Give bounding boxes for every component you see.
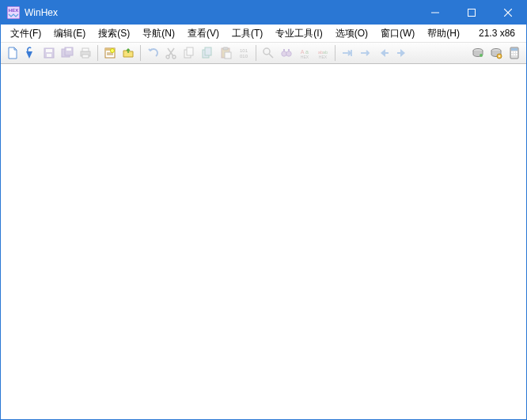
svg-line-20	[168, 48, 173, 56]
replace-icon: A a HEX	[298, 47, 311, 59]
svg-rect-25	[187, 47, 193, 55]
titlebar: HEX WinHex	[1, 1, 526, 25]
print-icon	[79, 47, 92, 59]
properties-button[interactable]	[101, 44, 119, 62]
previous-button[interactable]	[375, 44, 392, 62]
save-button[interactable]	[40, 44, 58, 62]
menu-file[interactable]: 文件(F)	[4, 25, 47, 42]
new-file-button[interactable]	[4, 44, 21, 62]
go-to-end-button[interactable]	[339, 44, 356, 62]
svg-rect-27	[205, 47, 211, 55]
svg-rect-58	[514, 51, 515, 53]
content-area	[1, 64, 526, 419]
menu-nav[interactable]: 导航(N)	[136, 25, 181, 42]
cut-button[interactable]	[162, 44, 180, 62]
svg-rect-56	[511, 48, 518, 51]
disk-gear-icon	[490, 47, 502, 59]
toolbar: 101 010 A a HEX	[1, 43, 526, 64]
svg-point-36	[286, 51, 291, 56]
svg-rect-7	[46, 49, 52, 52]
svg-text:HEX: HEX	[319, 55, 328, 59]
minimize-button[interactable]	[417, 1, 453, 25]
menu-options[interactable]: 选项(O)	[329, 25, 374, 42]
paste-button[interactable]	[217, 44, 234, 62]
menu-search[interactable]: 搜索(S)	[92, 25, 136, 42]
svg-rect-14	[82, 55, 89, 58]
copy-icon	[183, 47, 195, 59]
svg-point-51	[480, 54, 483, 57]
svg-rect-30	[225, 52, 231, 59]
svg-rect-29	[223, 47, 228, 50]
svg-point-19	[111, 49, 115, 53]
find-icon	[262, 47, 275, 59]
paste-icon	[219, 47, 232, 59]
arrow-right-icon	[396, 47, 408, 59]
app-icon: HEX	[7, 6, 20, 19]
svg-rect-8	[47, 54, 51, 57]
toolbar-separator	[140, 45, 141, 61]
svg-line-34	[269, 54, 273, 58]
print-button[interactable]	[77, 44, 94, 62]
open-file-button[interactable]	[22, 44, 40, 62]
hex-values-button[interactable]: 101 010	[235, 44, 252, 62]
svg-point-23	[173, 55, 176, 59]
properties-icon	[104, 47, 116, 59]
save-as-icon	[61, 47, 74, 59]
svg-rect-57	[511, 51, 513, 53]
svg-text:a: a	[305, 49, 309, 55]
toolbar-separator	[335, 45, 336, 61]
menu-view[interactable]: 查看(V)	[181, 25, 226, 42]
replace-button[interactable]: A a HEX	[296, 44, 313, 62]
open-file-icon	[25, 47, 37, 59]
toolbar-separator	[97, 45, 98, 61]
save-icon	[43, 47, 55, 59]
menu-window[interactable]: 窗口(W)	[374, 25, 421, 42]
open-folder-button[interactable]	[119, 44, 137, 62]
go-to-start-button[interactable]	[357, 44, 374, 62]
svg-rect-59	[516, 51, 518, 53]
find-button[interactable]	[260, 44, 277, 62]
window-title: WinHex	[25, 7, 417, 18]
menu-help[interactable]: 帮助(H)	[421, 25, 466, 42]
disk-icon	[472, 47, 484, 59]
menu-spec[interactable]: 专业工具(I)	[269, 25, 328, 42]
svg-text:010: 010	[240, 54, 248, 59]
svg-rect-37	[283, 49, 285, 51]
replace-hex-icon: ab ab HEX	[317, 47, 329, 59]
hex-values-icon: 101 010	[237, 47, 250, 59]
svg-point-22	[166, 55, 169, 59]
disk-tools-button[interactable]	[487, 44, 505, 62]
calculator-icon	[508, 47, 521, 59]
svg-text:HEX: HEX	[301, 55, 309, 59]
binoculars-icon	[280, 47, 293, 59]
svg-rect-13	[82, 48, 89, 51]
calculator-button[interactable]	[506, 44, 523, 62]
replace-hex-button[interactable]: ab ab HEX	[314, 44, 332, 62]
svg-rect-61	[514, 54, 515, 55]
svg-text:101: 101	[240, 48, 248, 53]
open-disk-button[interactable]	[469, 44, 487, 62]
undo-icon	[146, 47, 159, 59]
save-as-button[interactable]	[59, 44, 76, 62]
svg-point-54	[499, 55, 500, 57]
next-button[interactable]	[393, 44, 411, 62]
svg-rect-60	[511, 54, 513, 55]
find-hex-button[interactable]	[278, 44, 295, 62]
app-window: HEX WinHex 文件(F) 编辑(E) 搜索(S) 导航(N) 查看(V)…	[0, 0, 527, 420]
svg-rect-38	[288, 49, 290, 51]
copy-block-button[interactable]	[199, 44, 216, 62]
toolbar-separator	[256, 45, 256, 61]
maximize-button[interactable]	[453, 1, 490, 25]
new-file-icon	[6, 47, 19, 59]
menu-edit[interactable]: 编辑(E)	[47, 25, 92, 42]
copy-block-icon	[201, 47, 214, 59]
close-button[interactable]	[490, 1, 526, 25]
open-folder-icon	[122, 47, 135, 59]
undo-button[interactable]	[144, 44, 161, 62]
svg-point-35	[282, 51, 286, 56]
copy-button[interactable]	[180, 44, 198, 62]
svg-point-33	[264, 48, 270, 55]
arrow-end-icon	[341, 47, 354, 59]
menu-tools[interactable]: 工具(T)	[226, 25, 269, 42]
menubar: 文件(F) 编辑(E) 搜索(S) 导航(N) 查看(V) 工具(T) 专业工具…	[1, 25, 526, 43]
